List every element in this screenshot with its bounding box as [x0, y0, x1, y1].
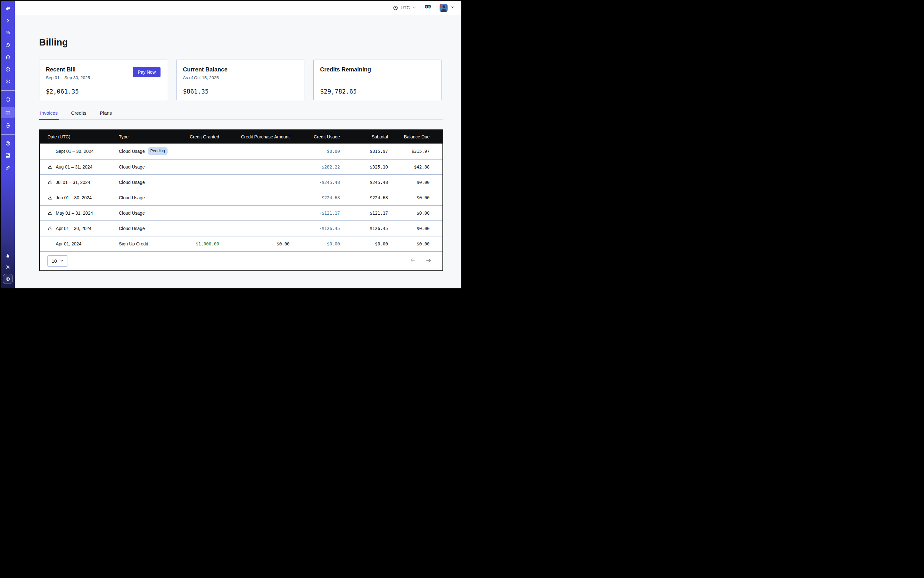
page-size-select[interactable]: 10 — [47, 255, 68, 266]
recent-bill-amount: $2,061.35 — [46, 88, 161, 95]
sidebar-bottom — [1, 252, 15, 284]
chevron-down-icon — [412, 6, 416, 10]
card-subtitle: As of Oct 15, 2025 — [183, 75, 298, 80]
pay-now-button[interactable]: Pay Now — [133, 67, 161, 77]
sidebar-item-collapse[interactable] — [1, 16, 15, 26]
timezone-selector[interactable]: UTC — [393, 5, 416, 11]
sidebar-item-getting-started[interactable] — [1, 163, 15, 173]
credits-remaining-amount: $29,782.65 — [320, 88, 435, 95]
invoice-date: Sept 01 – 30, 2024 — [56, 149, 94, 154]
asterisk-icon — [5, 79, 11, 84]
download-invoice-button[interactable] — [47, 226, 53, 231]
sidebar-item-usage[interactable] — [1, 94, 15, 104]
subtotal-value: $126.45 — [340, 226, 388, 231]
invoice-type-cell: Sign Up Credit — [119, 241, 173, 247]
sidebar-item-billing[interactable] — [1, 107, 15, 118]
credit-usage-value: -$121.17 — [290, 211, 340, 216]
invoice-type: Cloud Usage — [119, 164, 145, 169]
avatar — [440, 4, 448, 12]
pager — [410, 257, 432, 265]
invoice-row[interactable]: Apr 01 – 30, 2024Cloud Usage-$126.45$126… — [40, 221, 442, 236]
current-balance-card: Current Balance As of Oct 15, 2025 $861.… — [176, 60, 304, 100]
invoice-type-cell: Cloud Usage — [119, 211, 173, 216]
invoice-type: Cloud Usage — [119, 180, 145, 185]
column-header: Date (UTC) — [47, 134, 119, 140]
sidebar-item-layers[interactable] — [1, 52, 15, 62]
rocket-icon — [5, 165, 11, 170]
sidebar-item-radar[interactable] — [1, 28, 15, 38]
sidebar-item-credits[interactable] — [3, 274, 13, 284]
flask-icon — [5, 253, 11, 258]
sidebar-item-services[interactable] — [1, 76, 15, 86]
card-title: Current Balance — [183, 66, 298, 73]
column-header: Credit Purchase Amount — [219, 134, 290, 140]
credit-usage-value: -$282.22 — [290, 164, 340, 169]
subtotal-value: $315.97 — [340, 149, 388, 154]
tab-credits[interactable]: Credits — [70, 109, 88, 120]
invoice-type-cell: Cloud Usage — [119, 164, 173, 169]
reader-glasses-button[interactable] — [424, 5, 431, 11]
invoice-row[interactable]: Jun 01 – 30, 2024Cloud Usage-$224.68$224… — [40, 190, 442, 205]
invoice-type: Cloud Usage — [119, 226, 145, 231]
invoice-type-cell: Cloud Usage — [119, 226, 173, 231]
timer-icon — [5, 42, 11, 48]
invoice-date: Apr 01, 2024 — [56, 241, 81, 247]
download-invoice-button[interactable] — [47, 210, 53, 216]
logo-orbit-icon — [5, 6, 11, 11]
table-pagination: 10 — [40, 251, 442, 270]
invoice-row[interactable]: Aug 01 – 31, 2024Cloud Usage-$282.22$325… — [40, 159, 442, 174]
balance-due-value: $0.00 — [388, 211, 430, 216]
sidebar-item-packages[interactable] — [1, 64, 15, 74]
sidebar-item-settings[interactable] — [1, 120, 15, 130]
cube-icon — [5, 67, 11, 72]
column-header: Type — [119, 134, 173, 140]
current-balance-amount: $861.35 — [183, 88, 298, 95]
invoice-type-cell: Cloud Usage — [119, 195, 173, 200]
invoice-type: Sign Up Credit — [119, 241, 148, 247]
invoice-row[interactable]: Apr 01, 2024Sign Up Credit$1,000.00$0.00… — [40, 236, 442, 251]
balance-due-value: $0.00 — [388, 180, 430, 185]
subtotal-value: $224.68 — [340, 195, 388, 200]
download-slot-empty — [47, 241, 53, 247]
app-window: UTC — [0, 0, 462, 289]
column-header: Balance Due — [388, 134, 430, 140]
dollar-badge-icon — [5, 276, 11, 282]
invoice-date-cell: Jul 01 – 31, 2024 — [47, 179, 119, 185]
layers-icon — [5, 54, 11, 60]
page-title: Billing — [39, 37, 443, 48]
download-invoice-button[interactable] — [47, 195, 53, 200]
sidebar-item-support[interactable] — [1, 138, 15, 148]
page-size-value: 10 — [52, 258, 57, 264]
sidebar-item-docs[interactable] — [1, 151, 15, 161]
credit-granted-value: $1,000.00 — [173, 241, 219, 247]
credit-usage-value: -$245.48 — [290, 180, 340, 185]
gear-icon — [5, 123, 11, 128]
card-subtitle — [320, 75, 435, 80]
invoice-date-cell: Sept 01 – 30, 2024 — [47, 148, 119, 154]
sidebar-item-labs[interactable] — [1, 252, 15, 260]
tab-plans[interactable]: Plans — [99, 109, 113, 120]
next-page-button[interactable] — [425, 257, 432, 265]
sidebar-item-logo[interactable] — [1, 3, 15, 13]
prev-page-button[interactable] — [410, 257, 416, 265]
sidebar-item-history[interactable] — [1, 40, 15, 50]
chevron-down-icon — [60, 258, 64, 264]
tab-invoices[interactable]: Invoices — [39, 109, 58, 120]
account-menu[interactable] — [440, 4, 455, 12]
invoice-date: Apr 01 – 30, 2024 — [56, 226, 91, 231]
sidebar-divider — [1, 90, 15, 91]
billing-tabs: InvoicesCreditsPlans — [39, 109, 443, 120]
sidebar-item-theme[interactable] — [1, 263, 15, 271]
column-header: Subtotal — [340, 134, 388, 140]
column-header: Credit Usage — [290, 134, 340, 140]
invoice-row[interactable]: Jul 01 – 31, 2024Cloud Usage-$245.48$245… — [40, 174, 442, 190]
invoice-type: Cloud Usage — [119, 195, 145, 200]
invoice-date-cell: May 01 – 31, 2024 — [47, 210, 119, 216]
credit-usage-value: -$126.45 — [290, 226, 340, 231]
download-invoice-button[interactable] — [47, 179, 53, 185]
invoice-row[interactable]: Sept 01 – 30, 2024Cloud UsagePending$0.0… — [40, 143, 442, 159]
credit-card-icon — [5, 110, 11, 115]
download-invoice-button[interactable] — [47, 164, 53, 169]
gauge-icon — [5, 97, 11, 102]
invoice-row[interactable]: May 01 – 31, 2024Cloud Usage-$121.17$121… — [40, 205, 442, 221]
